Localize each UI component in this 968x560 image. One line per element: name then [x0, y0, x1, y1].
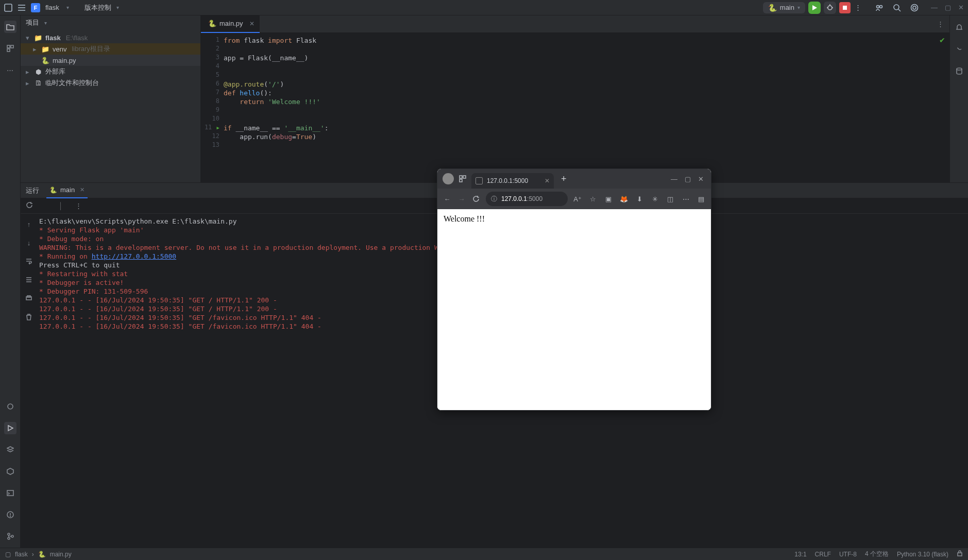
scroll-icon[interactable] [23, 274, 35, 286]
code-with-me-icon[interactable] [875, 4, 884, 12]
favicon [475, 177, 483, 184]
git-icon[interactable] [4, 530, 16, 542]
statusbar: ▢ flask › 🐍 main.py 13:1 CRLF UTF-8 4 个空… [0, 548, 968, 560]
folder-icon: 📁 [41, 45, 49, 53]
editor-body[interactable]: ✔ 1234567891011 ▶1213 from flask import … [201, 33, 949, 182]
chevron-down-icon[interactable]: ▾ [116, 5, 119, 10]
settings-icon[interactable] [910, 4, 919, 12]
divider: │ [59, 202, 68, 210]
editor-tab[interactable]: 🐍 main.py ✕ [201, 15, 260, 33]
workspaces-icon[interactable] [458, 175, 467, 183]
run-tab[interactable]: 🐍 main ✕ [46, 183, 88, 198]
split-icon[interactable]: ◫ [666, 195, 675, 203]
run-config-name: main [780, 4, 794, 11]
svg-point-15 [911, 4, 918, 11]
browser-tab[interactable]: 127.0.0.1:5000 ✕ [471, 173, 554, 189]
reload-icon[interactable] [471, 195, 481, 202]
browser-tabstrip: 127.0.0.1:5000 ✕ + — ▢ ✕ [437, 169, 711, 189]
browser-toolbar: ← → ⓘ 127.0.0.1:5000 A⁺ ☆ ▣ 🦊 ⬇ ✳ ◫ ⋯ ▤ [437, 189, 711, 209]
project-pane-header[interactable]: 项目 ▾ [21, 15, 200, 30]
tree-main-py[interactable]: 🐍 main.py [21, 55, 200, 66]
breadcrumb-root[interactable]: flask [15, 551, 28, 558]
extensions-icon[interactable]: ✳ [650, 195, 659, 203]
more-icon[interactable]: ⋮ [936, 20, 944, 28]
tree-hint: library根目录 [72, 44, 110, 54]
run-config-selector[interactable]: 🐍 main ▾ [763, 2, 805, 13]
run-tool-icon[interactable] [4, 422, 16, 434]
indent[interactable]: 4 个空格 [865, 550, 889, 558]
tree-hint: E:\flask [66, 34, 88, 42]
services-icon[interactable] [4, 465, 16, 478]
menu-icon[interactable] [18, 4, 26, 12]
back-icon[interactable]: ← [443, 195, 452, 203]
profile-icon[interactable] [443, 173, 454, 184]
more-icon[interactable]: ⋮ [75, 202, 84, 210]
sidebar-icon[interactable]: ▤ [697, 195, 706, 203]
close-icon[interactable]: ✕ [80, 186, 84, 193]
code-area[interactable]: from flask import Flask app = Flask(__na… [224, 33, 949, 182]
minimize-icon[interactable]: — [931, 4, 938, 11]
read-aloud-icon[interactable]: A⁺ [573, 195, 582, 203]
close-icon[interactable]: ✕ [698, 175, 704, 183]
stop-button[interactable] [839, 2, 851, 13]
down-icon[interactable]: ↓ [23, 236, 35, 249]
problems-icon[interactable] [4, 508, 16, 521]
project-pane: 项目 ▾ ▾ 📁 flask E:\flask ▸ 📁 venv library… [21, 15, 201, 182]
tree-scratch[interactable]: ▸ 🖺 临时文件和控制台 [21, 77, 200, 89]
up-icon[interactable]: ↑ [23, 218, 35, 230]
browser-body[interactable]: Welcome !!! [437, 209, 711, 410]
address-bar[interactable]: ⓘ 127.0.0.1:5000 [486, 192, 568, 206]
close-icon[interactable]: ✕ [249, 20, 254, 27]
run-button[interactable] [808, 2, 821, 14]
tab-label: main.py [219, 20, 243, 27]
more-icon[interactable]: ⋯ [681, 195, 690, 203]
lock-icon[interactable] [957, 550, 963, 558]
extension-icon[interactable]: 🦊 [619, 195, 629, 203]
debug-button[interactable] [824, 2, 836, 14]
cursor-position[interactable]: 13:1 [794, 551, 806, 558]
more-tool-icon[interactable]: ⋯ [4, 64, 16, 76]
tree-venv[interactable]: ▸ 📁 venv library根目录 [21, 43, 200, 55]
tree-ext-libs[interactable]: ▸ ⬢ 外部库 [21, 66, 200, 77]
svg-rect-22 [7, 490, 13, 496]
project-icon[interactable]: F [31, 3, 40, 12]
stack-icon[interactable] [4, 444, 16, 456]
maximize-icon[interactable]: ▢ [685, 175, 691, 183]
python-console-icon[interactable] [4, 400, 16, 413]
project-name[interactable]: flask [45, 4, 59, 11]
run-tab-label: main [60, 186, 75, 194]
breadcrumb-file[interactable]: main.py [50, 551, 72, 558]
search-icon[interactable] [893, 4, 901, 12]
svg-marker-4 [812, 5, 817, 10]
project-tool-icon[interactable] [4, 21, 16, 33]
close-icon[interactable]: ✕ [545, 177, 550, 184]
favorite-icon[interactable]: ☆ [588, 195, 598, 203]
rerun-icon[interactable] [26, 201, 35, 210]
more-icon[interactable]: ⋮ [854, 4, 862, 12]
close-icon[interactable]: ✕ [958, 4, 964, 11]
ai-icon[interactable] [953, 43, 965, 56]
svg-rect-9 [843, 6, 847, 10]
console-toolbar: ↑ ↓ [21, 214, 37, 548]
extension-icon[interactable]: ▣ [604, 195, 613, 203]
vcs-menu[interactable]: 版本控制 [84, 3, 111, 12]
line-separator[interactable]: CRLF [815, 551, 831, 558]
new-tab-button[interactable]: + [558, 174, 570, 184]
chevron-down-icon[interactable]: ▾ [66, 5, 69, 10]
terminal-icon[interactable] [4, 487, 16, 499]
print-icon[interactable] [23, 292, 35, 304]
interpreter[interactable]: Python 3.10 (flask) [897, 551, 948, 558]
database-icon[interactable] [953, 65, 965, 77]
minimize-icon[interactable]: — [671, 175, 677, 183]
collections-icon[interactable]: ⬇ [635, 195, 644, 203]
notifications-icon[interactable] [953, 22, 965, 34]
encoding[interactable]: UTF-8 [839, 551, 857, 558]
tree-root[interactable]: ▾ 📁 flask E:\flask [21, 32, 200, 43]
tab-title: 127.0.0.1:5000 [487, 177, 528, 184]
wrap-icon[interactable] [23, 255, 35, 267]
svg-point-11 [880, 5, 882, 8]
address-port: :5000 [527, 195, 542, 202]
structure-icon[interactable] [4, 42, 16, 55]
trash-icon[interactable] [23, 311, 35, 323]
maximize-icon[interactable]: ▢ [945, 4, 951, 11]
